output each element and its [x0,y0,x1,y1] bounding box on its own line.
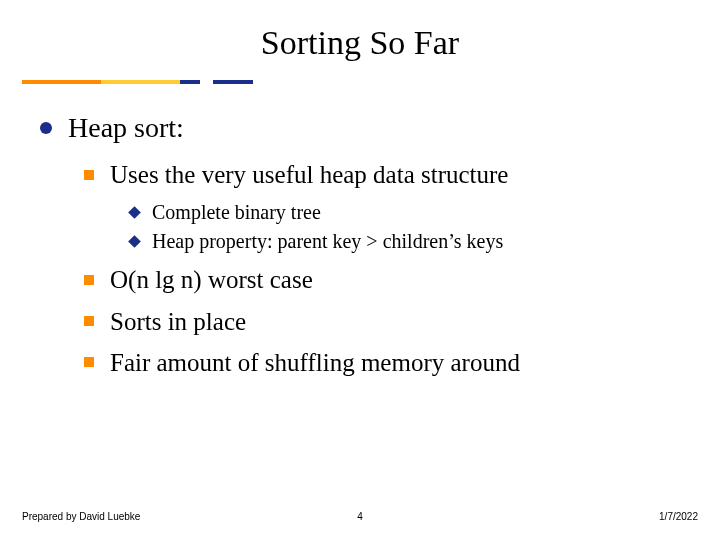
bullet-level2: Sorts in place [84,306,680,337]
square-bullet-icon [84,347,110,378]
bullet-text: Heap property: parent key > children’s k… [152,229,503,254]
bullet-level3: Complete binary tree [130,200,680,225]
footer-date: 1/7/2022 [659,511,698,522]
level3-group: Complete binary tree Heap property: pare… [130,200,680,254]
slide-body: Heap sort: Uses the very useful heap dat… [0,84,720,378]
bullet-text: Fair amount of shuffling memory around [110,347,520,378]
level2-group: Uses the very useful heap data structure… [84,159,680,378]
bullet-text: Complete binary tree [152,200,321,225]
bullet-text: Sorts in place [110,306,246,337]
slide-title: Sorting So Far [0,0,720,80]
bullet-level2: Uses the very useful heap data structure [84,159,680,190]
square-bullet-icon [84,159,110,190]
footer-page-number: 4 [357,511,363,522]
diamond-bullet-icon [130,200,152,225]
bullet-text: Heap sort: [68,110,184,145]
diamond-bullet-icon [130,229,152,254]
slide: Sorting So Far Heap sort: Uses the very … [0,0,720,540]
square-bullet-icon [84,264,110,295]
bullet-level3: Heap property: parent key > children’s k… [130,229,680,254]
footer-author: Prepared by David Luebke [22,511,140,522]
bullet-text: O(n lg n) worst case [110,264,313,295]
bullet-level2: O(n lg n) worst case [84,264,680,295]
square-bullet-icon [84,306,110,337]
circle-bullet-icon [40,110,68,145]
bullet-level2: Fair amount of shuffling memory around [84,347,680,378]
bullet-text: Uses the very useful heap data structure [110,159,508,190]
bullet-level1: Heap sort: [40,110,680,145]
slide-footer: Prepared by David Luebke 4 1/7/2022 [0,511,720,522]
